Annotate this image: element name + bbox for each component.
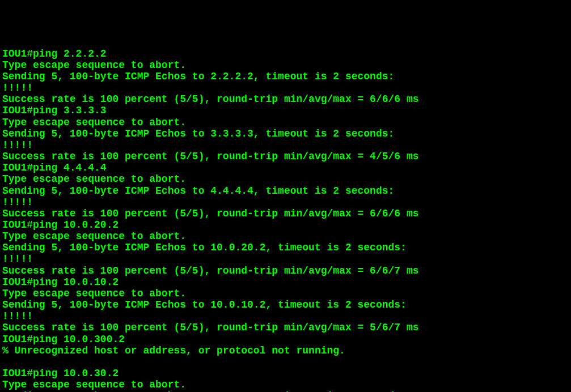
terminal-line: Sending 5, 100-byte ICMP Echos to 4.4.4.… (2, 185, 569, 197)
terminal-line: Success rate is 100 percent (5/5), round… (2, 322, 569, 333)
terminal-line: Success rate is 100 percent (5/5), round… (2, 151, 569, 162)
terminal-line: Sending 5, 100-byte ICMP Echos to 2.2.2.… (2, 71, 569, 82)
terminal-line: Sending 5, 100-byte ICMP Echos to 10.0.2… (2, 242, 569, 253)
terminal-line: !!!!! (2, 197, 569, 208)
terminal-line (2, 356, 569, 368)
terminal-line: Type escape sequence to abort. (2, 231, 569, 242)
terminal-line: !!!!! (2, 82, 569, 93)
terminal-line: IOU1#ping 10.0.10.2 (2, 276, 569, 288)
terminal-line: Success rate is 100 percent (5/5), round… (2, 93, 569, 105)
terminal-line: IOU1#ping 2.2.2.2 (2, 48, 569, 59)
terminal-line: !!!!! (2, 253, 569, 265)
terminal-line: Type escape sequence to abort. (2, 379, 569, 390)
terminal-line: IOU1#ping 10.0.30.2 (2, 368, 569, 379)
terminal-line: IOU1#ping 10.0.20.2 (2, 219, 569, 231)
terminal-line: Sending 5, 100-byte ICMP Echos to 10.0.1… (2, 299, 569, 310)
terminal-line: % Unrecognized host or address, or proto… (2, 345, 569, 356)
terminal-line: Sending 5, 100-byte ICMP Echos to 3.3.3.… (2, 128, 569, 139)
terminal-line: Type escape sequence to abort. (2, 173, 569, 185)
terminal-line: Type escape sequence to abort. (2, 288, 569, 299)
terminal-line: IOU1#ping 3.3.3.3 (2, 105, 569, 116)
terminal-line: !!!!! (2, 139, 569, 151)
terminal-line: Type escape sequence to abort. (2, 117, 569, 128)
terminal-line: IOU1#ping 4.4.4.4 (2, 162, 569, 173)
terminal-output[interactable]: IOU1#ping 2.2.2.2Type escape sequence to… (2, 48, 569, 392)
terminal-line: IOU1#ping 10.0.300.2 (2, 334, 569, 345)
terminal-line: Success rate is 100 percent (5/5), round… (2, 265, 569, 276)
terminal-line: !!!!! (2, 310, 569, 322)
terminal-line: Success rate is 100 percent (5/5), round… (2, 208, 569, 219)
terminal-line: Type escape sequence to abort. (2, 59, 569, 71)
